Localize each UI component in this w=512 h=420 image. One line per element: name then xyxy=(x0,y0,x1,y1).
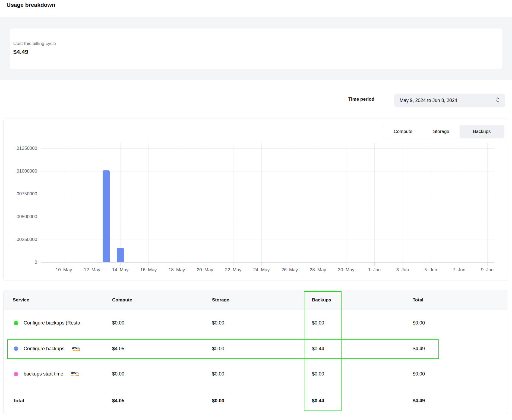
service-color-dot xyxy=(14,321,18,325)
plot-area: 10. May12. May14. May16. May18. May20. M… xyxy=(41,143,500,262)
backups-cell: $0.00 xyxy=(312,371,413,377)
total-cell: $4.49 xyxy=(413,346,508,352)
table-header-row: Service Compute Storage Backups Total xyxy=(4,290,508,310)
storage-total: $0.00 xyxy=(212,398,312,404)
service-color-dot xyxy=(14,372,18,376)
time-period-label: Time period xyxy=(348,97,374,102)
x-axis-label: 14. May xyxy=(105,267,135,273)
billing-usage-page: Usage breakdown Cost this billing cycle … xyxy=(0,0,512,420)
tab-backups[interactable]: Backups xyxy=(460,125,504,138)
x-axis-label: 7. Jun xyxy=(444,267,474,273)
chevron-updown-icon xyxy=(496,97,500,104)
x-axis-label: 1. Jun xyxy=(359,267,389,273)
storage-cell: $0.00 xyxy=(212,371,312,377)
table-row: Configure backups aws $4.05 $0.00 $0.44 … xyxy=(4,336,508,361)
table-row: Configure backups (Resto $0.00 $0.00 $0.… xyxy=(4,310,508,336)
x-axis-label: 24. May xyxy=(246,267,276,273)
backups-cell: $0.44 xyxy=(312,346,413,352)
compute-cell: $0.00 xyxy=(112,371,212,377)
x-axis-label: 18. May xyxy=(162,267,192,273)
cost-value: $4.49 xyxy=(13,49,28,56)
y-axis-label: .00750000 xyxy=(8,191,37,197)
y-axis-label: .00250000 xyxy=(8,237,37,242)
service-name: Configure backups (Resto xyxy=(24,320,80,326)
total-cell: $0.00 xyxy=(413,320,508,326)
chart-tab-bar: Compute Storage Backups xyxy=(383,125,504,138)
aws-logo-icon: aws xyxy=(71,345,81,353)
storage-cell: $0.00 xyxy=(212,320,312,326)
backups-total: $0.44 xyxy=(312,398,413,404)
usage-table: Service Compute Storage Backups Total Co… xyxy=(3,290,508,414)
chart-bar[interactable] xyxy=(103,170,110,262)
table-total-row: Total $4.05 $0.00 $0.44 $4.49 xyxy=(4,387,508,414)
summary-band: Cost this billing cycle $4.49 xyxy=(0,17,512,80)
x-axis-label: 28. May xyxy=(303,267,333,273)
col-header-compute: Compute xyxy=(112,297,212,303)
x-axis-label: 10. May xyxy=(49,267,79,273)
x-axis-label: 3. Jun xyxy=(388,267,418,273)
page-title: Usage breakdown xyxy=(7,2,55,8)
y-axis-label: 0 xyxy=(8,260,37,265)
y-axis-label: .01250000 xyxy=(8,146,37,151)
grand-total: $4.49 xyxy=(413,398,508,404)
x-axis-label: 26. May xyxy=(275,267,305,273)
service-color-dot xyxy=(14,346,18,351)
x-axis-label: 22. May xyxy=(218,267,248,273)
y-axis-label: .00500000 xyxy=(8,214,37,219)
svg-text:aws: aws xyxy=(72,345,80,350)
cost-summary-card: Cost this billing cycle $4.49 xyxy=(10,28,502,69)
cost-label: Cost this billing cycle xyxy=(13,41,56,46)
time-period-select[interactable]: May 9, 2024 to Jun 8, 2024 xyxy=(394,94,505,107)
aws-logo-icon: aws xyxy=(70,371,80,378)
y-axis-label: .01000000 xyxy=(8,168,37,174)
tab-storage[interactable]: Storage xyxy=(423,125,459,138)
x-axis-label: 9. Jun xyxy=(472,267,502,273)
service-name: backups start time xyxy=(24,371,63,377)
table-row: backups start time aws $0.00 $0.00 $0.00… xyxy=(4,361,508,387)
col-header-service: Service xyxy=(13,297,112,303)
backups-cell: $0.00 xyxy=(312,320,413,326)
total-row-label: Total xyxy=(13,398,112,404)
col-header-storage: Storage xyxy=(212,297,312,303)
service-name: Configure backups xyxy=(24,346,64,352)
time-period-value: May 9, 2024 to Jun 8, 2024 xyxy=(400,98,496,103)
x-axis-label: 5. Jun xyxy=(416,267,446,273)
storage-cell: $0.00 xyxy=(212,346,312,352)
x-axis-label: 20. May xyxy=(190,267,220,273)
x-axis-label: 30. May xyxy=(331,267,361,273)
usage-chart-card: Compute Storage Backups 10. May12. May14… xyxy=(3,119,508,281)
x-axis-label: 16. May xyxy=(134,267,163,273)
compute-total: $4.05 xyxy=(112,398,212,404)
compute-cell: $4.05 xyxy=(112,346,212,352)
svg-text:aws: aws xyxy=(71,371,78,375)
col-header-backups: Backups xyxy=(312,297,413,303)
col-header-total: Total xyxy=(413,297,508,303)
total-cell: $0.00 xyxy=(413,371,508,377)
compute-cell: $0.00 xyxy=(112,320,212,326)
tab-compute[interactable]: Compute xyxy=(383,125,423,138)
x-axis-label: 12. May xyxy=(77,267,107,273)
chart-bar[interactable] xyxy=(117,248,124,262)
